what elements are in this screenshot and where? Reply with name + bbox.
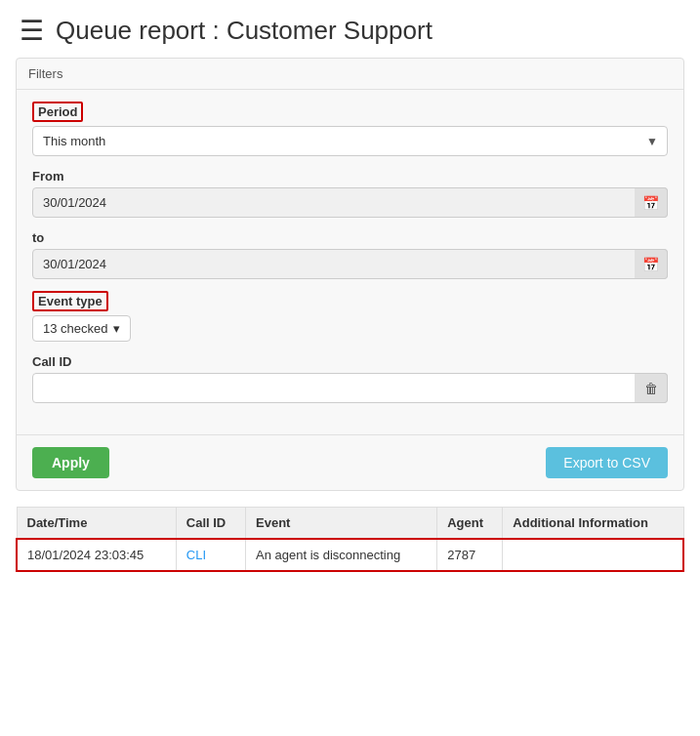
from-label: From <box>32 169 64 184</box>
to-date-input[interactable]: 30/01/2024 <box>32 249 668 279</box>
table-body: 18/01/2024 23:03:45CLIAn agent is discon… <box>17 539 683 571</box>
filters-body: Period This month Today Yesterday This w… <box>17 90 683 430</box>
call-id-input-wrapper: 🗑 <box>32 373 668 403</box>
col-event: Event <box>246 508 437 540</box>
col-callid: Call ID <box>176 508 245 540</box>
cell-agent: 2787 <box>437 539 503 571</box>
cell-datetime: 18/01/2024 23:03:45 <box>17 539 176 571</box>
event-type-dropdown[interactable]: 13 checked ▾ <box>32 315 131 342</box>
call-id-clear-icon[interactable]: 🗑 <box>635 373 668 403</box>
call-id-field-group: Call ID 🗑 <box>32 353 668 403</box>
filters-label: Filters <box>28 66 62 81</box>
event-type-value: 13 checked <box>43 321 108 336</box>
from-field-group: From 30/01/2024 📅 <box>32 168 668 218</box>
call-id-input[interactable] <box>32 373 668 403</box>
apply-button[interactable]: Apply <box>32 447 109 478</box>
col-additional-info: Additional Information <box>503 508 683 540</box>
filters-header: Filters <box>17 59 683 90</box>
period-select[interactable]: This month Today Yesterday This week Las… <box>32 126 668 156</box>
actions-row: Apply Export to CSV <box>17 434 683 490</box>
col-agent: Agent <box>437 508 503 540</box>
period-select-wrapper: This month Today Yesterday This week Las… <box>32 126 668 156</box>
period-field-group: Period This month Today Yesterday This w… <box>32 102 668 156</box>
to-label: to <box>32 230 44 245</box>
results-table: Date/Time Call ID Event Agent Additional… <box>16 507 684 572</box>
page-header: ☰ Queue report : Customer Support <box>0 0 700 58</box>
to-date-wrapper: 30/01/2024 📅 <box>32 249 668 279</box>
from-date-wrapper: 30/01/2024 📅 <box>32 187 668 218</box>
call-id-label: Call ID <box>32 354 71 369</box>
event-type-label: Event type <box>32 291 108 311</box>
filters-panel: Filters Period This month Today Yesterda… <box>16 58 684 491</box>
from-date-input[interactable]: 30/01/2024 <box>32 187 668 218</box>
chevron-down-icon: ▾ <box>113 321 120 336</box>
call-id-link[interactable]: CLI <box>186 548 206 562</box>
export-button[interactable]: Export to CSV <box>546 447 668 478</box>
to-calendar-icon[interactable]: 📅 <box>635 249 668 279</box>
page-title: Queue report : Customer Support <box>56 16 432 46</box>
to-field-group: to 30/01/2024 📅 <box>32 229 668 279</box>
table-header: Date/Time Call ID Event Agent Additional… <box>17 508 683 540</box>
cell-event: An agent is disconnecting <box>246 539 437 571</box>
results-table-wrapper: Date/Time Call ID Event Agent Additional… <box>16 507 684 572</box>
from-calendar-icon[interactable]: 📅 <box>635 187 668 218</box>
cell-additional-info <box>503 539 683 571</box>
menu-icon: ☰ <box>20 18 44 45</box>
table-row: 18/01/2024 23:03:45CLIAn agent is discon… <box>17 539 683 571</box>
event-type-field-group: Event type 13 checked ▾ <box>32 291 668 342</box>
col-datetime: Date/Time <box>17 508 176 540</box>
period-label: Period <box>32 102 83 122</box>
cell-callid[interactable]: CLI <box>176 539 245 571</box>
